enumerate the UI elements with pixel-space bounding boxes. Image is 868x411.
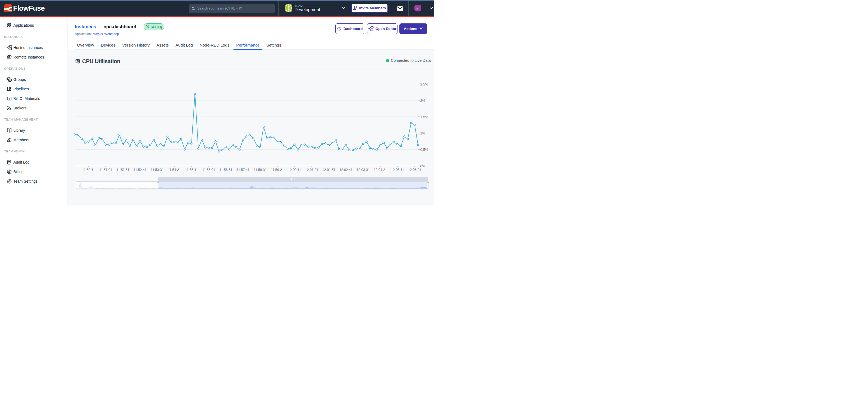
- svg-text:2.5%: 2.5%: [420, 82, 428, 86]
- svg-text:2%: 2%: [420, 99, 425, 103]
- svg-text:1%: 1%: [420, 131, 425, 135]
- svg-text:12:00:11: 12:00:11: [288, 168, 301, 172]
- svg-text:11:51:51: 11:51:51: [116, 168, 129, 172]
- svg-text:0.5%: 0.5%: [420, 147, 428, 151]
- svg-text:11:56:01: 11:56:01: [202, 168, 215, 172]
- svg-text:12:03:31: 12:03:31: [356, 168, 370, 172]
- svg-text:12:04:21: 12:04:21: [374, 168, 387, 172]
- svg-text:11:50:11: 11:50:11: [82, 168, 95, 172]
- svg-text:11:58:31: 11:58:31: [254, 168, 267, 172]
- svg-text:12:02:41: 12:02:41: [339, 168, 352, 172]
- svg-text:11:51:01: 11:51:01: [99, 168, 112, 172]
- svg-text:12:05:11: 12:05:11: [391, 168, 404, 172]
- svg-text:12:01:01: 12:01:01: [305, 168, 318, 172]
- svg-text:12:06:01: 12:06:01: [408, 168, 421, 172]
- svg-text:11:56:51: 11:56:51: [219, 168, 232, 172]
- svg-text:11:53:31: 11:53:31: [151, 168, 164, 172]
- svg-text:12:01:51: 12:01:51: [322, 168, 335, 172]
- svg-text:11:52:41: 11:52:41: [133, 168, 147, 172]
- svg-text:1.5%: 1.5%: [420, 115, 428, 119]
- svg-text:0%: 0%: [420, 164, 425, 168]
- svg-text:11:59:21: 11:59:21: [271, 168, 284, 172]
- svg-text:11:54:21: 11:54:21: [168, 168, 181, 172]
- svg-text:11:55:11: 11:55:11: [185, 168, 198, 172]
- svg-text:11:57:41: 11:57:41: [237, 168, 250, 172]
